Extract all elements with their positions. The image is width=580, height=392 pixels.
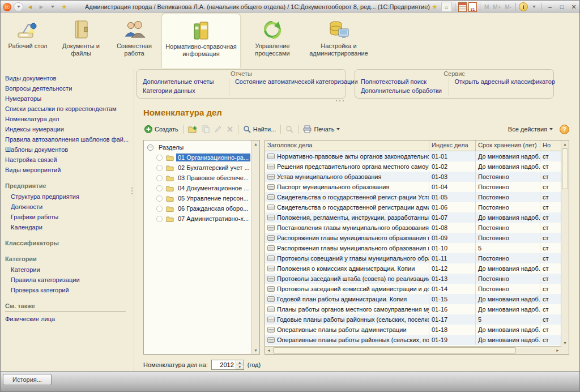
spin-down-icon[interactable]: ▼: [236, 365, 244, 370]
table-row[interactable]: Постановления главы муниципального образ…: [265, 223, 561, 233]
sidebar-item[interactable]: Структура предприятия: [11, 193, 130, 200]
sidebar-item[interactable]: Списки рассылки по корреспондентам: [5, 105, 130, 112]
sidebar-item[interactable]: Номенклатура дел: [5, 116, 130, 122]
column-header-title[interactable]: Заголовок дела: [265, 140, 429, 151]
expand-circle-icon[interactable]: [156, 155, 163, 161]
service-link[interactable]: Открыть адресный классификатор: [455, 78, 548, 85]
info-dropdown-icon[interactable]: [530, 2, 539, 11]
favorites-star-icon[interactable]: ★: [59, 2, 69, 11]
tree-item[interactable]: 01 Организационно-ра...: [144, 152, 252, 163]
table-row[interactable]: Оперативные планы работы администрации 0…: [265, 325, 561, 335]
print-button[interactable]: Печать: [301, 124, 342, 134]
tab-collaboration[interactable]: Совместная работа: [112, 13, 157, 68]
tree-root[interactable]: Разделы: [144, 142, 252, 152]
minimize-button[interactable]: –: [545, 2, 555, 11]
create-button[interactable]: Создать: [142, 124, 181, 134]
scroll-up-icon[interactable]: ▲: [252, 140, 259, 148]
history-button[interactable]: История...: [3, 374, 52, 385]
tab-documents-files[interactable]: Документы и файлы: [55, 13, 107, 68]
sidebar-item[interactable]: Виды мероприятий: [5, 167, 130, 173]
table-row[interactable]: Нормативно-правовые акты органов законод…: [265, 151, 561, 161]
sidebar-item[interactable]: Физические лица: [5, 316, 130, 322]
scroll-right-icon[interactable]: ►: [554, 347, 561, 354]
find-button[interactable]: Найти...: [241, 124, 279, 134]
sidebar-item[interactable]: Индексы нумерации: [5, 126, 130, 133]
table-row[interactable]: Протоколы заседаний штаба (совета) по ре…: [265, 274, 561, 284]
expand-circle-icon[interactable]: [156, 175, 163, 181]
tab-desktop[interactable]: Рабочий стол: [5, 13, 50, 68]
table-row[interactable]: Годовые планы работы районных (сельских,…: [265, 314, 561, 325]
scroll-thumb[interactable]: [273, 347, 516, 353]
report-link[interactable]: Категории данных: [143, 87, 223, 94]
edit-button[interactable]: [212, 124, 224, 134]
expand-circle-icon[interactable]: [156, 206, 163, 212]
table-row[interactable]: Планы работы органов местного самоуправл…: [265, 304, 561, 314]
scroll-thumb[interactable]: [562, 148, 568, 189]
help-button[interactable]: ?: [560, 125, 569, 134]
table-vertical-scrollbar[interactable]: ▲ ▼: [561, 140, 569, 347]
year-input[interactable]: [212, 360, 236, 369]
table-row[interactable]: Распоряжения главы муниципального образо…: [265, 243, 561, 253]
create-group-button[interactable]: [186, 124, 199, 134]
expand-circle-icon[interactable]: [156, 185, 163, 191]
maximize-button[interactable]: □: [557, 2, 567, 11]
sidebar-item[interactable]: Шаблоны документов: [5, 146, 130, 153]
copy-button[interactable]: [199, 124, 212, 134]
calendar-icon[interactable]: 31: [468, 2, 477, 12]
table-row[interactable]: Свидетельства о государственной регистра…: [265, 202, 561, 212]
sidebar-item[interactable]: Категории: [11, 266, 130, 273]
table-row[interactable]: Распоряжения главы муниципального образо…: [265, 233, 561, 243]
tree-item[interactable]: 07 Административно-х...: [144, 214, 252, 224]
expand-circle-icon[interactable]: [156, 216, 163, 222]
table-horizontal-scrollbar[interactable]: ◄ ►: [265, 346, 561, 354]
scroll-down-icon[interactable]: ▼: [561, 339, 569, 347]
collapse-icon[interactable]: [147, 144, 153, 151]
scroll-up-icon[interactable]: ▲: [561, 140, 569, 148]
sidebar-item[interactable]: Должности: [11, 203, 130, 210]
scroll-left-icon[interactable]: ◄: [265, 347, 272, 354]
tree-item[interactable]: 02 Бухгалтерский учет ...: [144, 163, 252, 173]
main-menu-button[interactable]: [14, 2, 23, 12]
memory-m-button[interactable]: M: [483, 4, 490, 10]
back-button[interactable]: ◄: [25, 2, 35, 11]
close-button[interactable]: ✕: [569, 2, 579, 11]
sidebar-item[interactable]: Графики работы: [11, 214, 130, 220]
sidebar-item[interactable]: Календари: [11, 224, 130, 231]
table-row[interactable]: Протоколы совещаний у главы муниципально…: [265, 253, 561, 263]
table-row[interactable]: Свидетельства о государственной регист-р…: [265, 192, 561, 202]
all-actions-button[interactable]: Все действия: [506, 125, 555, 134]
forward-button[interactable]: ►: [37, 2, 46, 11]
service-link[interactable]: Полнотекстовый поиск: [361, 78, 443, 85]
column-header-storage[interactable]: Срок хранения (лет): [476, 140, 540, 151]
report-link[interactable]: Дополнительные отчеты: [143, 78, 223, 85]
sidebar-item[interactable]: Виды документов: [5, 75, 130, 82]
tab-reference-information[interactable]: Нормативно-справочная информация: [161, 13, 241, 68]
clear-find-button[interactable]: [283, 124, 296, 134]
table-row[interactable]: Устав муниципального образования 01-03 П…: [265, 172, 561, 182]
tree-item[interactable]: 03 Правовое обеспече...: [144, 173, 252, 183]
column-header-index[interactable]: Индекс дела: [429, 140, 476, 151]
sidebar-item[interactable]: Вопросы деятельности: [5, 85, 130, 92]
tree-scrollbar[interactable]: ▲ ▼: [251, 140, 259, 354]
sidebar-item[interactable]: Правила категоризации: [11, 276, 130, 283]
table-row[interactable]: Протоколы заседаний комиссий администрац…: [265, 284, 561, 294]
tree-item[interactable]: 06 Гражданская оборо...: [144, 203, 252, 214]
sidebar-item[interactable]: Настройка связей: [5, 156, 130, 163]
expand-circle-icon[interactable]: [156, 195, 163, 202]
tab-process-management[interactable]: Управление процессами: [245, 13, 300, 68]
memory-m-minus-button[interactable]: M-: [504, 4, 513, 10]
sidebar-item[interactable]: Правила автозаполнения шаблонов фай...: [5, 136, 130, 143]
info-icon[interactable]: i: [519, 2, 528, 11]
table-row[interactable]: Решения представительного органа местног…: [265, 161, 561, 172]
scroll-down-icon[interactable]: ▼: [252, 347, 259, 354]
expand-circle-icon[interactable]: [156, 165, 163, 171]
table-row[interactable]: Годовой план работы администрации. Копия…: [265, 294, 561, 304]
sidebar-item[interactable]: Нумераторы: [5, 95, 130, 102]
report-link[interactable]: Состояние автоматической категоризации: [235, 78, 340, 85]
spin-up-icon[interactable]: ▲: [236, 360, 244, 365]
sidebar-splitter[interactable]: [131, 188, 133, 194]
table-row[interactable]: Положения о комиссиях администрации. Коп…: [265, 263, 561, 274]
column-header-extra[interactable]: Но: [540, 140, 561, 151]
panels-splitter[interactable]: [336, 100, 344, 101]
home-icon[interactable]: ⌂: [441, 2, 452, 12]
